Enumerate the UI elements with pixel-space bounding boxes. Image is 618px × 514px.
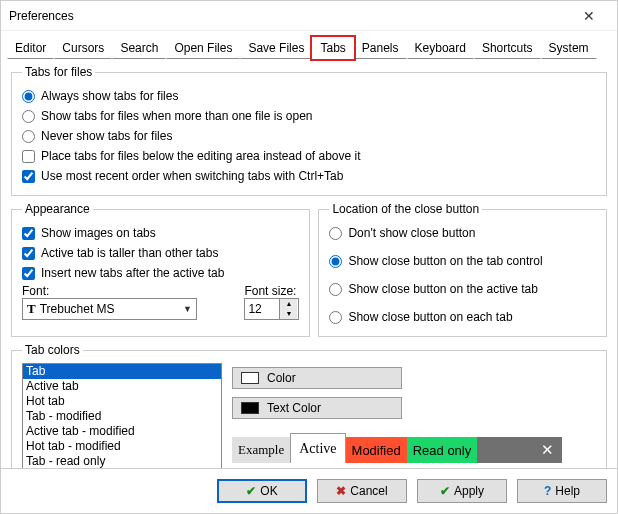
list-item[interactable]: Active tab [23, 379, 221, 394]
radio-show-when-multiple[interactable]: Show tabs for files when more than one f… [22, 107, 596, 125]
apply-button[interactable]: ✔Apply [417, 479, 507, 503]
button-bar: ✔OK ✖Cancel ✔Apply ?Help [1, 468, 617, 513]
x-icon: ✖ [336, 484, 346, 498]
font-label: Font: [22, 284, 234, 298]
color-swatch [241, 372, 259, 384]
font-select[interactable]: T Trebuchet MS ▼ [22, 298, 197, 320]
color-button[interactable]: Color [232, 367, 402, 389]
radio-close-none[interactable]: Don't show close button [329, 224, 596, 242]
tab-search[interactable]: Search [112, 37, 166, 59]
check-tabs-below[interactable]: Place tabs for files below the editing a… [22, 147, 596, 165]
list-item[interactable]: Tab [23, 364, 221, 379]
radio-close-each[interactable]: Show close button on each tab [329, 308, 596, 326]
example-readonly-tab: Read only [407, 437, 478, 463]
tab-examples: Example Active Modified Read only ✕ [232, 437, 562, 463]
example-active-tab: Active [290, 433, 345, 463]
check-active-taller[interactable]: Active tab is taller than other tabs [22, 244, 299, 262]
list-item[interactable]: Hot tab - modified [23, 439, 221, 454]
tab-editor[interactable]: Editor [7, 37, 54, 59]
tab-colors-group: Tab colors Tab Active tab Hot tab Tab - … [11, 343, 607, 468]
list-item[interactable]: Active tab - modified [23, 424, 221, 439]
tab-shortcuts[interactable]: Shortcuts [474, 37, 541, 59]
cancel-button[interactable]: ✖Cancel [317, 479, 407, 503]
tab-system[interactable]: System [541, 37, 597, 59]
tabs-for-files-legend: Tabs for files [22, 65, 95, 79]
check-show-images[interactable]: Show images on tabs [22, 224, 299, 242]
tab-tabs[interactable]: Tabs [312, 37, 353, 59]
help-icon: ? [544, 484, 551, 498]
list-item[interactable]: Tab - read only [23, 454, 221, 468]
help-button[interactable]: ?Help [517, 479, 607, 503]
color-button-label: Color [267, 371, 296, 385]
dialog-body: Tabs for files Always show tabs for file… [1, 59, 617, 468]
appearance-legend: Appearance [22, 202, 93, 216]
tab-cursors[interactable]: Cursors [54, 37, 112, 59]
text-color-swatch [241, 402, 259, 414]
font-icon: T [27, 301, 36, 317]
tab-colors-legend: Tab colors [22, 343, 83, 357]
preference-tabs: Editor Cursors Search Open Files Save Fi… [1, 31, 617, 59]
check-insert-after-active[interactable]: Insert new tabs after the active tab [22, 264, 299, 282]
example-tab: Example [232, 437, 290, 463]
tab-save-files[interactable]: Save Files [240, 37, 312, 59]
close-button-legend: Location of the close button [329, 202, 482, 216]
appearance-group: Appearance Show images on tabs Active ta… [11, 202, 310, 337]
font-size-label: Font size: [244, 284, 299, 298]
check-mru-order[interactable]: Use most recent order when switching tab… [22, 167, 596, 185]
check-icon: ✔ [440, 484, 450, 498]
check-icon: ✔ [246, 484, 256, 498]
list-item[interactable]: Hot tab [23, 394, 221, 409]
radio-always-show[interactable]: Always show tabs for files [22, 87, 596, 105]
window-title: Preferences [9, 9, 569, 23]
ok-button[interactable]: ✔OK [217, 479, 307, 503]
font-value: Trebuchet MS [40, 302, 115, 316]
example-close-icon[interactable]: ✕ [534, 437, 560, 463]
radio-close-tabcontrol[interactable]: Show close button on the tab control [329, 252, 596, 270]
text-color-button-label: Text Color [267, 401, 321, 415]
tabs-for-files-group: Tabs for files Always show tabs for file… [11, 65, 607, 196]
spin-down-icon[interactable]: ▼ [280, 309, 297, 319]
preferences-window: Preferences ✕ Editor Cursors Search Open… [0, 0, 618, 514]
tab-colors-list[interactable]: Tab Active tab Hot tab Tab - modified Ac… [22, 363, 222, 468]
radio-never-show[interactable]: Never show tabs for files [22, 127, 596, 145]
example-modified-tab: Modified [346, 437, 407, 463]
font-size-input[interactable] [245, 302, 279, 316]
titlebar: Preferences ✕ [1, 1, 617, 31]
text-color-button[interactable]: Text Color [232, 397, 402, 419]
list-item[interactable]: Tab - modified [23, 409, 221, 424]
radio-close-active[interactable]: Show close button on the active tab [329, 280, 596, 298]
spin-up-icon[interactable]: ▲ [280, 299, 297, 309]
close-button-group: Location of the close button Don't show … [318, 202, 607, 337]
font-size-spinner[interactable]: ▲▼ [244, 298, 299, 320]
chevron-down-icon: ▼ [183, 304, 192, 314]
tab-keyboard[interactable]: Keyboard [407, 37, 474, 59]
tab-open-files[interactable]: Open Files [166, 37, 240, 59]
close-icon[interactable]: ✕ [569, 8, 609, 24]
tab-panels[interactable]: Panels [354, 37, 407, 59]
